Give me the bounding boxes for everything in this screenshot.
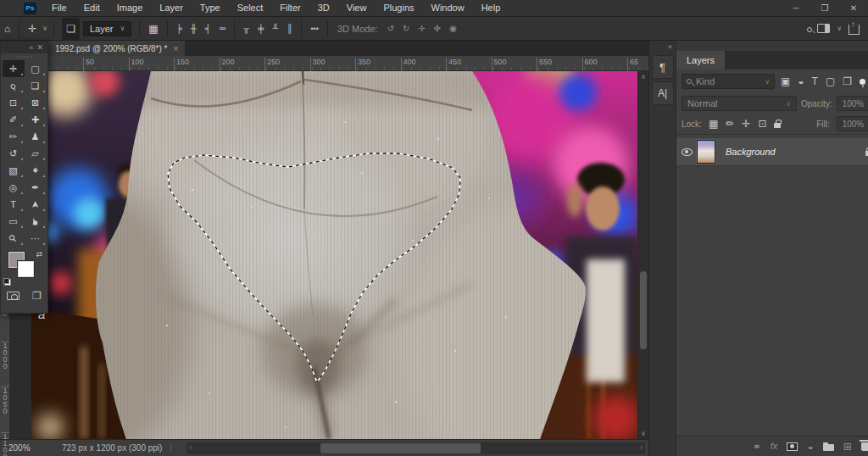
align-middle-v-icon[interactable]: ╪ [253,18,268,40]
menu-select[interactable]: Select [229,0,272,16]
close-window-icon[interactable]: ✕ [839,0,868,16]
tool-rectangle[interactable]: ▭ [3,213,25,230]
tool-eraser[interactable]: ▱ [25,145,47,162]
align-center-h-icon[interactable]: ╫ [186,18,201,40]
scroll-up-icon[interactable]: ∧ [638,73,648,81]
layer-row-background[interactable]: Background [676,138,868,165]
tools-panel-grip[interactable] [1,53,47,60]
align-right-icon[interactable]: ╡ [201,18,215,40]
lock-artboard-icon[interactable]: ⊡ [758,119,766,129]
tool-type[interactable]: T [3,196,25,213]
tool-healing-brush[interactable]: ✚ [25,111,47,128]
scroll-down-icon[interactable]: ∨ [638,430,648,437]
layer-effects-icon[interactable]: fx [771,442,778,451]
3d-orbit-icon[interactable]: ↺ [383,18,398,40]
distribute-v-icon[interactable]: ║ [282,18,297,40]
fill-field[interactable]: 100% ∨ [837,116,868,131]
layer-name[interactable]: Background [726,147,776,157]
more-options-icon[interactable]: ••• [306,18,322,40]
filter-adjustment-layers-icon[interactable]: ◒ [798,76,804,86]
tool-gradient[interactable]: ▧ [3,162,25,179]
align-left-icon[interactable]: ╞ [172,18,186,40]
expand-panels-icon[interactable]: « [665,41,676,53]
collapse-dock-icon[interactable]: » [676,41,868,51]
menu-image[interactable]: Image [108,0,152,16]
3d-pan-icon[interactable]: ✛ [414,18,429,40]
tool-history-brush[interactable]: ↺ [3,145,25,162]
layer-thumbnail[interactable] [697,140,715,164]
lock-pixels-icon[interactable]: ✏ [726,119,734,129]
background-color-swatch[interactable] [18,261,34,277]
tool-object-selection[interactable]: ❏ [25,77,47,94]
document-tab[interactable]: 1992.psd @ 200% (RGB/8*) * × [48,41,185,56]
blend-mode-dropdown[interactable]: Normal ∨ [682,96,797,111]
3d-camera-icon[interactable]: ◉ [445,18,461,40]
home-icon[interactable]: ⌂ [0,18,14,40]
delete-layer-icon[interactable] [861,442,868,451]
lock-transparency-icon[interactable]: ▦ [709,119,718,129]
scroll-left-icon[interactable]: ‹ [189,443,192,452]
filter-kind-dropdown[interactable]: Kind ∨ [682,74,775,89]
close-tools-icon[interactable]: ✕ [36,43,43,52]
lock-all-icon[interactable] [774,123,781,128]
new-layer-icon[interactable]: ⊞ [843,442,852,452]
auto-select-icon[interactable]: ❏ [62,18,80,40]
search-icon[interactable] [807,18,812,40]
tool-lasso[interactable]: ϙ [3,77,25,94]
horizontal-scroll-thumb[interactable] [320,443,481,453]
tool-pen[interactable]: ✒ [25,179,47,196]
menu-help[interactable]: Help [473,0,509,16]
filter-type-layers-icon[interactable]: T [812,76,818,86]
tool-marquee[interactable]: ▢ [25,60,47,77]
new-group-icon[interactable] [823,444,834,451]
character-panel-button[interactable]: A| [652,81,674,105]
tool-dodge[interactable]: ◎ [3,179,25,196]
paragraph-panel-button[interactable]: ¶ [652,55,674,79]
menu-type[interactable]: Type [192,0,229,16]
layer-visibility-toggle[interactable] [676,148,697,156]
restore-window-icon[interactable]: ❐ [810,0,839,16]
minimize-window-icon[interactable]: ─ [782,0,810,16]
filter-shape-layers-icon[interactable]: ▢ [826,76,835,86]
filter-toggle-icon[interactable] [860,79,865,85]
layers-list-empty[interactable] [676,165,868,436]
align-top-icon[interactable]: ╥ [239,18,253,40]
menu-edit[interactable]: Edit [75,0,108,16]
menu-plugins[interactable]: Plugins [375,0,422,16]
3d-roll-icon[interactable]: ↻ [398,18,414,40]
screen-mode-button[interactable]: ❐ [32,291,42,301]
tool-path-select[interactable]: ➤ [25,196,47,213]
horizontal-ruler[interactable]: 5010015020025030035040045050055060065 [0,56,648,71]
menu-filter[interactable]: Filter [271,0,309,16]
tool-eyedropper[interactable]: ✐ [3,111,25,128]
tool-zoom[interactable]: ⚲ [3,230,25,247]
pasteboard[interactable]: a [10,71,637,439]
distribute-h-icon[interactable]: ═ [215,18,230,40]
auto-select-target-dropdown[interactable]: Layer ∨ [83,21,131,36]
vertical-scrollbar[interactable]: ∧ ∨ [637,71,648,439]
vertical-scroll-thumb[interactable] [640,271,647,349]
3d-slide-icon[interactable]: ✜ [430,18,445,40]
horizontal-scrollbar[interactable]: ‹ › [186,442,645,454]
status-popup-icon[interactable]: 〉 [162,442,183,453]
tool-brush[interactable]: ✏ [3,128,25,145]
menu-file[interactable]: File [43,0,75,16]
chevron-down-icon[interactable]: ∨ [835,18,843,40]
menu-layer[interactable]: Layer [151,0,192,16]
show-transform-controls-icon[interactable]: ▦ [144,18,162,40]
menu-view[interactable]: View [338,0,376,16]
tool-move[interactable]: ✛ [3,60,25,77]
new-adjustment-layer-icon[interactable]: ◒ [807,442,813,452]
filter-smart-objects-icon[interactable]: ❐ [843,76,852,86]
tool-clone-stamp[interactable]: ♟ [25,128,47,145]
filter-pixel-layers-icon[interactable]: ▣ [781,76,790,86]
canvas-image[interactable]: a [31,71,637,439]
collapse-tools-icon[interactable]: « [29,43,33,52]
workspace-icon[interactable] [817,24,830,33]
tools-panel-header[interactable]: « ✕ [1,42,47,53]
link-layers-icon[interactable]: ⚭ [753,442,761,452]
tool-more-tools[interactable]: ⋯ [25,230,47,247]
tool-hand[interactable]: ☛ [25,213,47,230]
opacity-field[interactable]: 100% ∨ [837,96,868,111]
panel-menu-icon[interactable]: ≡ [861,51,868,70]
